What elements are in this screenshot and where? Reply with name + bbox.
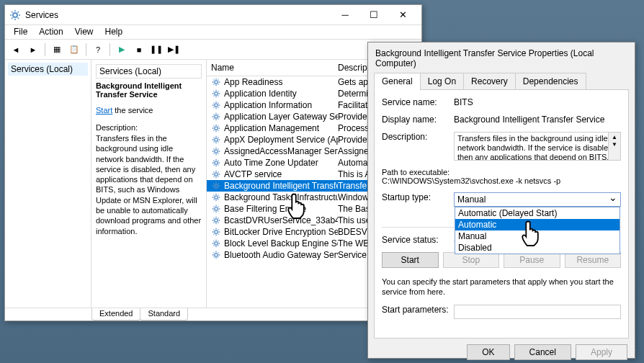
gear-icon (211, 135, 221, 145)
close-button[interactable]: ✕ (388, 6, 417, 24)
cursor-hand-icon (285, 190, 312, 222)
service-name: Background Tasks Infrastructure… (224, 192, 338, 202)
toolbar-separator (45, 43, 45, 56)
dialog-tabs: General Log On Recovery Dependencies (368, 73, 635, 90)
ok-button[interactable]: OK (467, 344, 509, 360)
gear-icon (211, 238, 221, 248)
service-name: BcastDVRUserService_33ab4 (224, 215, 338, 225)
tab-extended[interactable]: Extended (91, 308, 140, 321)
cancel-button[interactable]: Cancel (514, 344, 571, 360)
service-name: Bluetooth Audio Gateway Service (224, 250, 338, 260)
menubar: File Action View Help (5, 25, 421, 40)
label-display-name: Display name: (382, 115, 454, 125)
services-window: Services ─ ☐ ✕ File Action View Help ◄ ►… (4, 4, 422, 321)
minimize-button[interactable]: ─ (331, 6, 359, 24)
service-name: Application Layer Gateway Service (224, 112, 338, 122)
svg-point-2 (215, 92, 218, 95)
forward-button[interactable]: ► (25, 42, 41, 58)
dialog-content: Service name: BITS Display name: Backgro… (374, 89, 629, 339)
toolbar-separator (109, 43, 110, 56)
start-link[interactable]: Start (96, 106, 112, 115)
menu-view[interactable]: View (69, 25, 99, 39)
service-control-buttons: Start Stop Pause Resume (382, 252, 621, 268)
start-button[interactable]: Start (382, 252, 439, 268)
help-button[interactable]: ? (90, 42, 106, 58)
stop-service-button[interactable]: ■ (131, 42, 147, 58)
tab-logon[interactable]: Log On (420, 73, 464, 90)
label-startup-type: Startup type: (382, 192, 454, 202)
label-start-params: Start parameters: (382, 305, 454, 315)
service-name: Background Intelligent Transfer Service (224, 181, 338, 191)
description-box[interactable]: Transfers files in the background using … (454, 132, 621, 161)
svg-point-4 (215, 115, 218, 118)
gear-icon (211, 158, 221, 168)
value-display-name: Background Intelligent Transfer Service (454, 115, 621, 125)
tab-recovery[interactable]: Recovery (463, 73, 516, 90)
pause-button: Pause (504, 252, 560, 268)
tree-pane[interactable]: Services (Local) (5, 60, 91, 308)
services-icon (9, 9, 21, 21)
view-tabs: Extended Standard (5, 308, 421, 321)
service-action: Start the service (96, 106, 202, 115)
tab-dependencies[interactable]: Dependencies (515, 73, 586, 90)
toolbar: ◄ ► ▦ 📋 ? ▶ ■ ❚❚ ▶❚ (5, 40, 421, 60)
properties-dialog: Background Intelligent Transfer Service … (367, 42, 635, 359)
export-button[interactable]: 📋 (66, 42, 82, 58)
svg-point-1 (215, 81, 218, 84)
selected-service-name: Background Intelligent Transfer Service (96, 81, 202, 99)
gear-icon (211, 146, 221, 156)
start-params-input[interactable] (454, 305, 621, 319)
start-params-hint: You can specify the start parameters tha… (382, 277, 621, 297)
menu-help[interactable]: Help (99, 25, 129, 39)
svg-point-9 (215, 173, 218, 176)
gear-icon (211, 250, 221, 260)
window-title: Services (25, 10, 331, 20)
service-name: BitLocker Drive Encryption Service (224, 227, 338, 237)
column-name[interactable]: Name (211, 63, 338, 73)
detail-pane: Services (Local) Background Intelligent … (91, 60, 207, 308)
back-button[interactable]: ◄ (8, 42, 24, 58)
service-name: Auto Time Zone Updater (224, 158, 338, 168)
resume-button: Resume (565, 252, 622, 268)
cursor-hand-icon (519, 218, 546, 249)
gear-icon (211, 181, 221, 191)
value-service-name: BITS (454, 97, 621, 107)
svg-point-16 (215, 254, 218, 256)
menu-action[interactable]: Action (33, 25, 68, 39)
service-name: AppX Deployment Service (AppXSVC) (224, 135, 338, 145)
gear-icon (211, 100, 221, 110)
svg-point-15 (215, 242, 218, 245)
pause-service-button[interactable]: ❚❚ (148, 42, 164, 58)
menu-file[interactable]: File (8, 25, 33, 39)
dialog-buttons: OK Cancel Apply (368, 344, 635, 363)
action-suffix: the service (112, 106, 153, 115)
dialog-title: Background Intelligent Transfer Service … (368, 42, 635, 73)
svg-point-6 (215, 138, 218, 141)
startup-type-select[interactable]: Manual Automatic (Delayed Start)Automati… (454, 192, 621, 207)
tab-standard[interactable]: Standard (140, 308, 188, 321)
start-service-button[interactable]: ▶ (114, 42, 130, 58)
service-name: AssignedAccessManager Service (224, 146, 338, 156)
gear-icon (211, 227, 221, 237)
gear-icon (211, 192, 221, 202)
tab-general[interactable]: General (374, 73, 421, 90)
maximize-button[interactable]: ☐ (359, 6, 388, 24)
detail-heading: Services (Local) (96, 64, 202, 79)
svg-point-0 (13, 13, 17, 17)
service-name: App Readiness (224, 77, 338, 87)
tree-item-services-local[interactable]: Services (Local) (8, 63, 88, 76)
gear-icon (211, 123, 221, 133)
svg-point-14 (215, 230, 218, 233)
label-service-status: Service status: (382, 235, 454, 245)
titlebar: Services ─ ☐ ✕ (5, 5, 421, 25)
restart-service-button[interactable]: ▶❚ (166, 42, 182, 58)
startup-selected-value: Manual (457, 194, 486, 205)
stop-button: Stop (443, 252, 500, 268)
gear-icon (211, 204, 221, 214)
service-name: AVCTP service (224, 169, 338, 179)
svg-point-13 (215, 219, 218, 222)
service-name: Base Filtering Engine (224, 204, 338, 214)
gear-icon (211, 89, 221, 99)
show-hide-button[interactable]: ▦ (49, 42, 65, 58)
svg-point-10 (215, 184, 218, 187)
